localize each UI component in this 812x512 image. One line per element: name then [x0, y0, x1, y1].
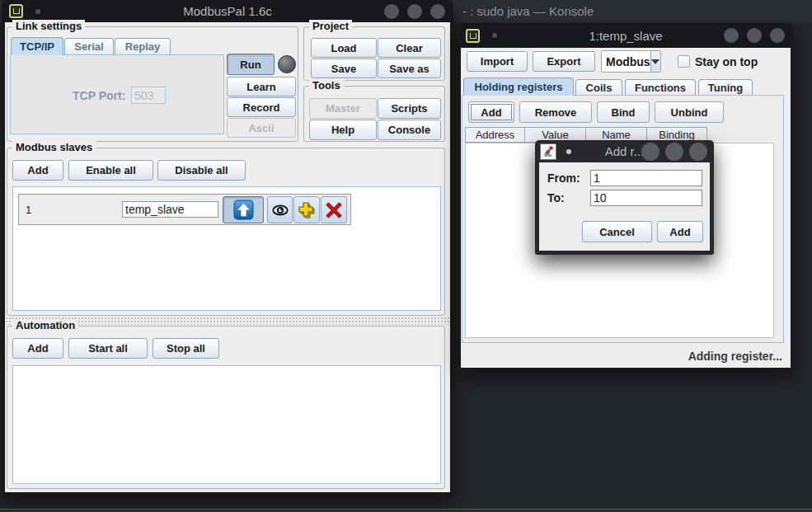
- project-group: Project Load Clear Save Save as: [303, 26, 445, 81]
- minimize-button[interactable]: [724, 28, 739, 43]
- master-button: Master: [309, 98, 377, 119]
- ascii-button-label: Ascii: [248, 122, 274, 134]
- slave-window-titlebar[interactable]: 1:temp_slave: [458, 23, 793, 48]
- enable-all-button[interactable]: Enable all: [68, 160, 153, 181]
- clear-button[interactable]: Clear: [378, 38, 441, 58]
- tab-serial[interactable]: Serial: [64, 38, 114, 54]
- tab-coils-label: Coils: [586, 82, 613, 94]
- help-button[interactable]: Help: [309, 120, 377, 140]
- column-header-address[interactable]: Address: [465, 127, 525, 143]
- export-button[interactable]: Export: [533, 51, 595, 72]
- register-bind-button[interactable]: Bind: [597, 101, 650, 123]
- project-legend: Project: [309, 20, 352, 32]
- modbuspal-content: Link settings TCP/IP Serial Replay TCP P…: [5, 22, 450, 492]
- scripts-button[interactable]: Scripts: [378, 98, 441, 119]
- maximize-button[interactable]: [407, 4, 422, 19]
- tcp-port-input[interactable]: [131, 87, 166, 104]
- automation-add-button[interactable]: Add: [12, 338, 63, 359]
- learn-button[interactable]: Learn: [227, 77, 296, 96]
- from-label: From:: [547, 171, 580, 185]
- import-button[interactable]: Import: [467, 51, 528, 72]
- titlebar-dot: [35, 9, 40, 14]
- slaves-list: 1: [12, 186, 441, 311]
- slave-add-register-button[interactable]: [293, 196, 320, 223]
- learn-button-label: Learn: [246, 81, 275, 93]
- slave-row[interactable]: 1: [18, 194, 351, 225]
- screen-bottom-edge: [0, 509, 812, 512]
- start-all-button[interactable]: Start all: [68, 338, 148, 359]
- slave-delete-button[interactable]: [321, 196, 347, 223]
- automation-add-button-label: Add: [27, 342, 48, 355]
- record-button[interactable]: Record: [227, 97, 296, 117]
- tab-holding-registers[interactable]: Holding registers: [463, 78, 574, 96]
- tcp-port-label: TCP Port:: [73, 89, 125, 102]
- register-unbind-button[interactable]: Unbind: [655, 101, 724, 123]
- console-button[interactable]: Console: [378, 120, 441, 140]
- titlebar-dot: [492, 33, 497, 38]
- tab-tcpip-label: TCP/IP: [20, 40, 54, 53]
- save-as-button[interactable]: Save as: [378, 59, 441, 78]
- tab-holding-registers-label: Holding registers: [475, 81, 563, 93]
- column-header-value-label: Value: [542, 129, 568, 141]
- disable-all-button[interactable]: Disable all: [157, 160, 246, 181]
- plus-icon: [297, 200, 317, 220]
- tab-tcpip[interactable]: TCP/IP: [11, 37, 63, 55]
- maximize-button[interactable]: [665, 143, 683, 161]
- chevron-down-icon[interactable]: [650, 51, 660, 72]
- to-input[interactable]: [590, 190, 702, 206]
- tools-group: Tools Master Scripts Help Console: [303, 86, 445, 142]
- close-button[interactable]: [430, 4, 445, 19]
- slave-name-input[interactable]: [122, 201, 218, 218]
- modbus-slaves-group: Modbus slaves Add Enable all Disable all…: [7, 148, 445, 316]
- register-remove-button-label: Remove: [535, 106, 577, 119]
- dialog-add-button[interactable]: Add: [657, 221, 703, 242]
- tab-functions-label: Functions: [635, 82, 686, 94]
- scripts-button-label: Scripts: [391, 102, 427, 115]
- tab-tuning[interactable]: Tuning: [698, 79, 753, 96]
- tab-replay[interactable]: Replay: [115, 38, 171, 54]
- dialog-titlebar[interactable]: Add r...: [535, 140, 714, 162]
- from-input[interactable]: [590, 170, 702, 186]
- modbuspal-window: ModbusPal 1.6c Link settings TCP/IP Seri…: [2, 0, 453, 496]
- maximize-button[interactable]: [747, 28, 762, 43]
- stay-on-top-label: Stay on top: [695, 55, 758, 68]
- dialog-cancel-button-label: Cancel: [599, 226, 635, 238]
- ascii-button: Ascii: [227, 118, 296, 138]
- arrow-up-icon: [233, 200, 254, 220]
- disable-all-button-label: Disable all: [175, 164, 228, 176]
- minimize-button[interactable]: [384, 4, 399, 19]
- register-add-button[interactable]: Add: [468, 101, 514, 123]
- slave-add-button-label: Add: [27, 164, 48, 176]
- close-x-icon: [325, 201, 343, 219]
- register-remove-button[interactable]: Remove: [519, 101, 592, 123]
- slave-add-button[interactable]: Add: [12, 160, 63, 181]
- register-unbind-button-label: Unbind: [671, 106, 708, 119]
- slave-eye-button[interactable]: [267, 196, 293, 223]
- run-button[interactable]: Run: [227, 54, 275, 75]
- record-button-label: Record: [243, 101, 280, 114]
- link-settings-group: Link settings TCP/IP Serial Replay TCP P…: [7, 26, 298, 142]
- dialog-cancel-button[interactable]: Cancel: [582, 221, 652, 242]
- close-button[interactable]: [689, 143, 707, 161]
- status-message: Adding register...: [688, 350, 782, 363]
- titlebar-dot: [566, 149, 571, 154]
- load-button[interactable]: Load: [311, 38, 377, 58]
- load-button-label: Load: [331, 42, 356, 54]
- eye-icon: [271, 201, 289, 219]
- modbus-mode-select[interactable]: Modbus: [601, 50, 661, 73]
- run-button-label: Run: [240, 59, 260, 71]
- save-button[interactable]: Save: [311, 59, 377, 78]
- stay-on-top-checkbox[interactable]: [678, 55, 690, 68]
- modbuspal-titlebar[interactable]: ModbusPal 1.6c: [2, 0, 453, 22]
- link-settings-legend: Link settings: [12, 20, 85, 32]
- close-button[interactable]: [770, 28, 785, 43]
- minimize-button[interactable]: [641, 143, 659, 161]
- stop-all-button[interactable]: Stop all: [153, 338, 219, 359]
- modbus-mode-value: Modbus: [602, 51, 650, 72]
- tab-coils[interactable]: Coils: [575, 79, 622, 96]
- slave-id: 1: [26, 204, 31, 216]
- slave-enabled-toggle[interactable]: [223, 196, 264, 223]
- tab-functions[interactable]: Functions: [625, 79, 696, 96]
- register-bind-button-label: Bind: [612, 106, 636, 119]
- register-add-button-label: Add: [481, 106, 501, 119]
